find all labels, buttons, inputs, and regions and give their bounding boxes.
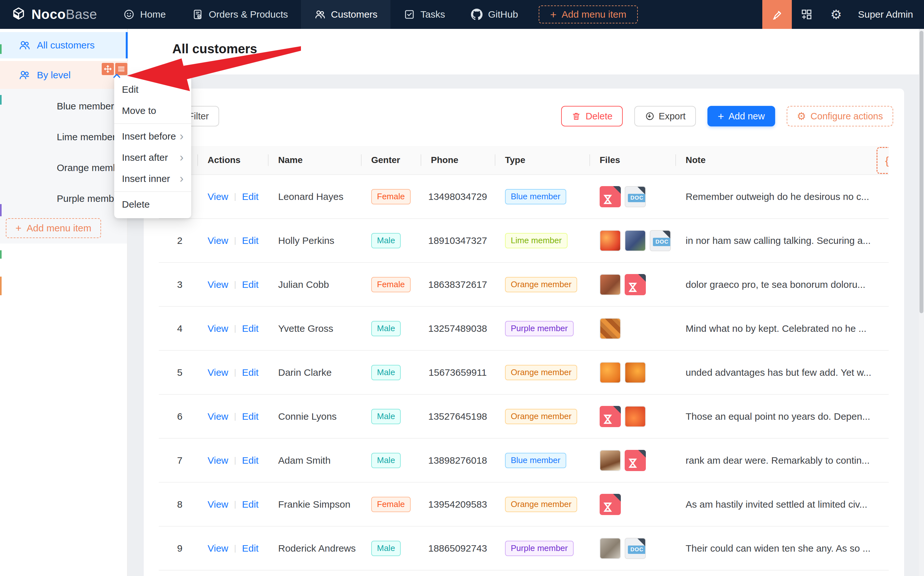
view-link[interactable]: View [208,279,228,290]
team-level-icon [18,69,30,81]
menu-item-insert-inner[interactable]: Insert inner› [114,168,191,189]
image-attachment-thumbnail[interactable] [599,450,621,471]
menu-item-edit[interactable]: Edit [114,79,191,100]
edit-link[interactable]: Edit [242,411,259,422]
top-navbar: NocoBase HomeOrders & ProductsCustomersT… [0,0,924,29]
view-link[interactable]: View [208,323,228,334]
member-type-badge: Orange member [505,365,577,380]
doc-file-icon[interactable]: DOC [625,538,646,559]
view-link[interactable]: View [208,235,228,246]
image-attachment-thumbnail[interactable] [625,230,646,251]
gender-badge: Male [371,541,401,556]
pdf-file-icon[interactable]: ⋈ [599,494,621,515]
files-cell: ⋈ [589,274,675,295]
sidebar: All customers By level Blue memberLime m… [0,29,128,576]
sidebar-item-blue-member[interactable]: Blue member [0,91,127,122]
vertical-scrollbar[interactable] [919,29,924,576]
nav-item-customers[interactable]: Customers [301,0,390,29]
menu-item-insert-before[interactable]: Insert before› [114,126,191,147]
nocobase-logo[interactable]: NocoBase [11,7,97,22]
edit-link[interactable]: Edit [242,235,259,246]
table-row: 4View|EditYvette GrossMale13257489038Pur… [159,307,889,351]
member-type-badge: Purple member [505,541,574,556]
plus-icon: + [718,111,724,122]
edit-link[interactable]: Edit [242,543,259,554]
phone-number: 13498034729 [420,191,495,202]
image-attachment-thumbnail[interactable] [599,230,621,251]
add-new-button[interactable]: + Add new [707,106,775,126]
edit-link[interactable]: Edit [242,323,259,334]
edit-link[interactable]: Edit [242,455,259,466]
nav-item-tasks[interactable]: Tasks [390,0,458,29]
delete-button[interactable]: Delete [561,106,623,126]
export-button[interactable]: Export [634,106,696,126]
view-link[interactable]: View [208,191,228,202]
image-attachment-thumbnail[interactable] [599,362,621,383]
image-attachment-thumbnail[interactable] [599,318,621,339]
sidebar-add-menu-item-button[interactable]: + Add menu item [6,218,101,238]
edit-link[interactable]: Edit [242,279,259,290]
configure-actions-button[interactable]: ⚙ Configure actions [787,106,893,126]
view-link[interactable]: View [208,411,228,422]
doc-file-icon[interactable]: DOC [650,230,671,251]
menu-item-move-to[interactable]: Move to [114,100,191,121]
edit-link[interactable]: Edit [242,499,259,510]
nav-item-home[interactable]: Home [110,0,179,29]
edit-link[interactable]: Edit [242,367,259,378]
drag-move-icon[interactable] [102,63,114,75]
sidebar-item-orange-member[interactable]: Orange member [0,152,127,183]
note-text: rank am dear were. Remarkably to contin.… [675,455,889,466]
customers-table: ActionsNameGenterPhoneTypeFilesNote 1Vie… [159,146,889,573]
member-type-badge: Orange member [505,497,577,512]
customer-name: Darin Clarke [268,367,361,378]
phone-number: 18910347327 [420,235,495,246]
table-card: Filter Delete Export [144,88,904,576]
sidebar-item-all-customers[interactable]: All customers [0,32,128,58]
row-number: 8 [159,499,197,510]
navbar-add-menu-item-button[interactable]: + Add menu item [539,5,638,23]
pdf-file-icon[interactable]: ⋈ [599,186,621,207]
nav-item-orders-products[interactable]: Orders & Products [179,0,301,29]
table-header-row: ActionsNameGenterPhoneTypeFilesNote [159,146,889,175]
view-link[interactable]: View [208,499,228,510]
table-body: 1View|EditLeonard HayesFemale13498034729… [159,175,889,571]
doc-file-icon[interactable]: DOC [625,186,646,207]
menu-item-insert-after[interactable]: Insert after› [114,147,191,168]
pdf-file-icon[interactable]: ⋈ [599,406,621,427]
view-link[interactable]: View [208,543,228,554]
home-icon [123,8,135,21]
view-link[interactable]: View [208,455,228,466]
plugin-manager-icon[interactable] [792,0,821,29]
sidebar-item-lime-member[interactable]: Lime member [0,122,127,152]
nav-item-github[interactable]: GitHub [458,0,531,29]
image-attachment-thumbnail[interactable] [625,406,646,427]
note-text: Mind what no by kept. Celebrated no he .… [675,323,889,334]
pdf-file-icon[interactable]: ⋈ [625,450,646,471]
link-separator: | [234,367,236,378]
image-attachment-thumbnail[interactable] [625,362,646,383]
current-user-label[interactable]: Super Admin [858,9,913,20]
menu-item-label: Insert after [122,152,168,163]
image-attachment-thumbnail[interactable] [599,274,621,295]
ui-editor-icon[interactable] [762,0,792,29]
files-cell [589,318,675,339]
navbar-right-group: ⚙ Super Admin [762,0,924,29]
edit-link[interactable]: Edit [242,191,259,202]
scrollbar-thumb[interactable] [919,31,923,313]
menu-item-delete[interactable]: Delete [114,194,191,215]
table-row: 7View|EditAdam SmithMale13898276018Blue … [159,438,889,483]
settings-gear-icon[interactable]: ⚙ [821,0,851,29]
popup-caret-icon [113,73,121,78]
download-circle-icon [644,111,654,121]
github-icon [471,8,483,21]
image-attachment-thumbnail[interactable] [599,538,621,559]
gender-cell: Female [361,189,420,205]
row-actions: View|Edit [197,367,268,378]
row-number: 7 [159,455,197,466]
view-link[interactable]: View [208,367,228,378]
sidebar-item-purple-member[interactable]: Purple member [0,183,127,214]
pdf-file-icon[interactable]: ⋈ [625,274,646,295]
orders-icon [192,8,204,21]
configure-fields-clipped-button[interactable]: { [876,147,889,174]
files-cell: ⋈ [589,450,675,471]
